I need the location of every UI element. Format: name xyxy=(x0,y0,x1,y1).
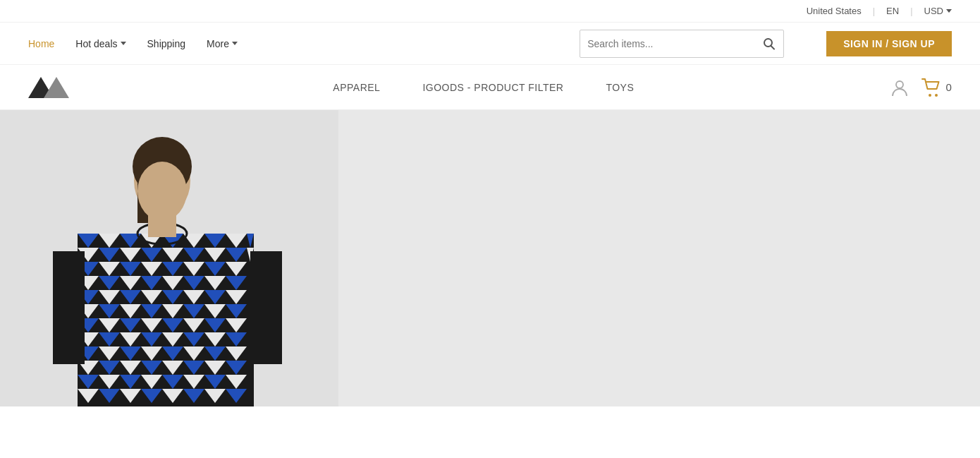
nav-igoods[interactable]: IGOODS - PRODUCT FILTER xyxy=(422,82,563,93)
svg-line-1 xyxy=(771,46,775,49)
divider-1: | xyxy=(873,6,875,16)
cart-count: 0 xyxy=(946,81,952,93)
svg-point-4 xyxy=(896,81,903,88)
hero-section xyxy=(0,110,980,406)
nav-toys[interactable]: TOYS xyxy=(606,82,634,93)
nav-shipping[interactable]: Shipping xyxy=(147,38,186,49)
country-selector[interactable]: United States xyxy=(807,6,862,16)
language-selector[interactable]: EN xyxy=(886,6,899,16)
search-input[interactable] xyxy=(587,38,762,49)
divider-2: | xyxy=(910,6,912,16)
svg-point-11 xyxy=(137,162,187,221)
nav-home[interactable]: Home xyxy=(28,38,54,49)
nav-apparel[interactable]: APPAREL xyxy=(333,82,380,93)
currency-selector[interactable]: USD xyxy=(924,6,952,16)
svg-rect-114 xyxy=(148,212,176,237)
search-icon xyxy=(762,37,776,51)
nav-more[interactable]: More xyxy=(207,38,238,49)
main-nav: APPAREL IGOODS - PRODUCT FILTER TOYS 0 xyxy=(0,65,980,110)
nav-hot-deals[interactable]: Hot deals xyxy=(75,38,125,49)
svg-point-6 xyxy=(935,94,938,97)
chevron-down-icon xyxy=(946,9,952,13)
svg-point-5 xyxy=(929,94,931,97)
search-box xyxy=(580,30,784,58)
logo-icon xyxy=(28,73,78,102)
cart-icon xyxy=(921,78,942,97)
svg-rect-112 xyxy=(250,251,282,364)
main-nav-links: APPAREL IGOODS - PRODUCT FILTER TOYS xyxy=(333,82,634,93)
nav-bar: Home Hot deals Shipping More SIGN IN / S… xyxy=(0,23,980,65)
hero-image xyxy=(0,110,338,406)
top-bar: United States | EN | USD xyxy=(0,0,980,23)
sign-in-button[interactable]: SIGN IN / SIGN UP xyxy=(826,31,952,56)
currency-label: USD xyxy=(924,6,943,16)
hero-graphic xyxy=(0,110,338,406)
search-area xyxy=(580,30,784,58)
cart-area[interactable]: 0 xyxy=(921,78,952,97)
hot-deals-chevron-icon xyxy=(121,42,126,45)
nav-more-label: More xyxy=(207,38,229,49)
svg-marker-3 xyxy=(44,77,69,98)
main-nav-right: 0 xyxy=(890,78,952,97)
user-icon[interactable] xyxy=(890,78,909,97)
more-chevron-icon xyxy=(232,42,238,45)
nav-hot-deals-label: Hot deals xyxy=(75,38,117,49)
svg-rect-111 xyxy=(53,251,85,364)
logo[interactable] xyxy=(28,73,78,102)
search-button[interactable] xyxy=(762,37,776,51)
